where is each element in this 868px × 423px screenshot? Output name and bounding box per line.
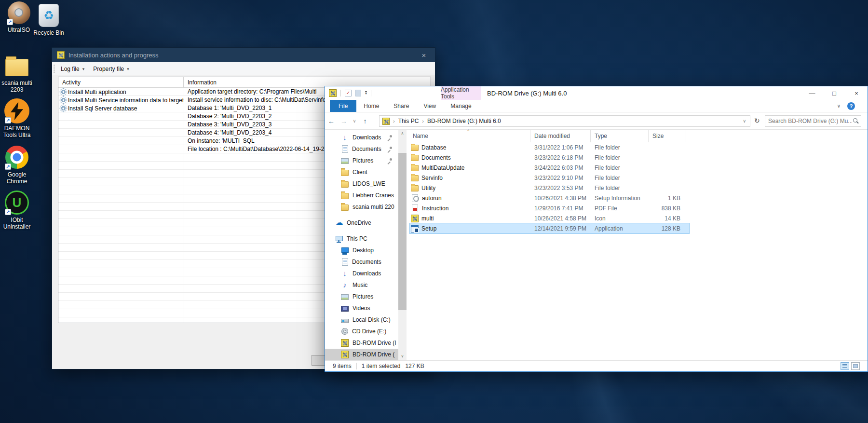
refresh-icon[interactable]: ↻ bbox=[754, 117, 760, 124]
desktop-icon-daemon-tools-ultra[interactable]: ↗ DAEMON Tools Ultra bbox=[0, 98, 36, 138]
nav-item[interactable]: Pictures bbox=[325, 155, 398, 166]
ribbon-tab[interactable]: File bbox=[330, 100, 356, 112]
file-type: File folder bbox=[591, 175, 649, 181]
nav-item[interactable]: Music bbox=[325, 279, 398, 291]
nav-item[interactable]: Documents bbox=[325, 143, 398, 155]
desktop-icon-ultraiso[interactable]: ↗ UltraISO bbox=[0, 0, 38, 33]
activity-text: Install Sql Server database bbox=[68, 105, 137, 112]
forward-button[interactable]: → bbox=[338, 117, 350, 125]
file-icon bbox=[412, 194, 418, 202]
nav-item[interactable]: Liebherr Cranes bbox=[325, 190, 398, 201]
nav-item-label: Downloads bbox=[353, 270, 381, 277]
pin-icon bbox=[387, 135, 392, 140]
back-button[interactable]: ← bbox=[325, 117, 338, 125]
details-view-icon[interactable] bbox=[841, 362, 849, 370]
Instruction[interactable]: Instruction 1/29/2016 7:41 PM PDF File 8… bbox=[410, 203, 689, 213]
selection-count: 1 item selected bbox=[362, 363, 401, 369]
nav-item[interactable]: BD-ROM Drive (I bbox=[325, 337, 398, 349]
expand-ribbon-icon[interactable]: ∨ bbox=[837, 103, 841, 109]
nav-item-label: Local Disk (C:) bbox=[353, 316, 391, 323]
nav-item[interactable]: Pictures bbox=[325, 291, 398, 302]
recent-locations-icon[interactable]: ∨ bbox=[350, 119, 359, 123]
search-box[interactable] bbox=[765, 115, 861, 127]
large-icons-view-icon[interactable] bbox=[851, 362, 860, 370]
Utility[interactable]: Utility 3/23/2022 3:53 PM File folder bbox=[410, 183, 689, 193]
explorer-title-bar[interactable]: ✓ ▾ Application Tools BD-ROM Drive (G:) … bbox=[325, 86, 868, 100]
breadcrumb-item[interactable]: This PC bbox=[398, 118, 419, 124]
address-bar[interactable]: › This PC › BD-ROM Drive (G:) Multi 6.0 … bbox=[379, 115, 750, 127]
file-list: Database 3/31/2022 1:06 PM File folder D… bbox=[407, 142, 868, 233]
installer-menu-item[interactable]: Log file ▾ bbox=[58, 64, 87, 74]
new-folder-icon[interactable] bbox=[355, 90, 361, 96]
column-header-activity[interactable]: Activity bbox=[58, 77, 184, 87]
nav-item-icon bbox=[341, 246, 349, 254]
nav-item[interactable]: Desktop bbox=[325, 245, 398, 256]
breadcrumb-item[interactable]: BD-ROM Drive (G:) Multi 6.0 bbox=[427, 118, 501, 124]
desktop-icon-iobit-uninstaller[interactable]: U ↗ IObit Uninstaller bbox=[0, 190, 36, 230]
column-header-type[interactable]: Type bbox=[591, 130, 649, 142]
MultiDataUpdate[interactable]: MultiDataUpdate 3/24/2022 6:03 PM File f… bbox=[410, 163, 689, 173]
Documents[interactable]: Documents 3/23/2022 6:18 PM File folder bbox=[410, 152, 689, 163]
nav-item[interactable]: Videos bbox=[325, 302, 398, 314]
desktop-icon-label: UltraISO bbox=[0, 27, 38, 33]
scroll-down-icon[interactable]: ∨ bbox=[398, 353, 407, 360]
file-date-modified: 3/23/2022 6:18 PM bbox=[530, 154, 591, 161]
breadcrumb-separator-icon: › bbox=[419, 118, 427, 124]
multi[interactable]: multi 10/26/2021 4:58 PM Icon 14 KB bbox=[410, 213, 689, 223]
installer-title-bar[interactable]: Installation actions and progress × bbox=[52, 48, 435, 62]
customize-toolbar-icon[interactable]: ▾ bbox=[365, 91, 367, 95]
scrollbar-thumb[interactable] bbox=[398, 153, 407, 310]
scroll-up-icon[interactable]: ∧ bbox=[398, 130, 407, 137]
ribbon-tab[interactable]: Home bbox=[356, 100, 386, 112]
pin-icon bbox=[387, 158, 392, 163]
column-header-size[interactable]: Size bbox=[649, 130, 686, 142]
ribbon-tabs: ∨ ? File Home Share View Manage bbox=[325, 100, 868, 112]
nav-item[interactable]: Downloads bbox=[325, 268, 398, 279]
gear-icon bbox=[60, 89, 67, 95]
nav-item[interactable]: scania multi 220 bbox=[325, 201, 398, 213]
nav-item-icon bbox=[342, 145, 348, 153]
nav-item[interactable]: BD-ROM Drive ( bbox=[325, 349, 398, 360]
autorun[interactable]: autorun 10/26/2021 4:38 PM Setup Informa… bbox=[410, 193, 689, 203]
search-icon[interactable] bbox=[852, 118, 859, 124]
nav-item[interactable]: OneDrive bbox=[325, 217, 398, 229]
Setup[interactable]: Setup 12/14/2021 9:59 PM Application 128… bbox=[410, 223, 689, 233]
maximize-button[interactable]: □ bbox=[823, 86, 845, 100]
file-date-modified: 1/29/2016 7:41 PM bbox=[530, 205, 591, 212]
status-divider bbox=[356, 363, 357, 369]
properties-icon[interactable]: ✓ bbox=[345, 90, 352, 96]
installer-menu-item[interactable]: Property file ▾ bbox=[90, 64, 132, 74]
help-icon[interactable]: ? bbox=[847, 102, 855, 110]
ribbon-tab[interactable]: View bbox=[416, 100, 443, 112]
nav-item[interactable]: Documents bbox=[325, 256, 398, 268]
nav-item-label: scania multi 220 bbox=[353, 204, 394, 210]
up-button[interactable]: ↑ bbox=[359, 117, 371, 125]
ribbon-tab[interactable]: Manage bbox=[441, 100, 481, 112]
desktop-icon-scania-multi-2203[interactable]: ↗ scania multi 2203 bbox=[0, 53, 36, 93]
Database[interactable]: Database 3/31/2022 1:06 PM File folder bbox=[410, 142, 689, 152]
contextual-tab-header: Application Tools bbox=[441, 86, 481, 100]
nav-item[interactable]: CD Drive (E:) bbox=[325, 326, 398, 337]
column-header-date-modified[interactable]: Date modified bbox=[530, 130, 591, 142]
minimize-button[interactable]: — bbox=[801, 86, 823, 100]
desktop-icon-label: Google Chrome bbox=[0, 171, 36, 185]
nav-scrollbar[interactable]: ∧ ∨ bbox=[398, 130, 407, 360]
nav-item-icon bbox=[342, 258, 348, 266]
desktop-icon-google-chrome[interactable]: ↗ Google Chrome bbox=[0, 145, 36, 185]
close-button[interactable]: × bbox=[845, 86, 868, 100]
file-type: Application bbox=[591, 225, 649, 232]
nav-item-icon bbox=[341, 294, 349, 300]
nav-item[interactable]: This PC bbox=[325, 233, 398, 245]
installer-close-button[interactable]: × bbox=[418, 51, 430, 59]
nav-item[interactable]: Client bbox=[325, 166, 398, 178]
ribbon-tab[interactable]: Share bbox=[386, 100, 416, 112]
nav-item[interactable]: Downloads bbox=[325, 132, 398, 143]
nav-item[interactable]: LIDOS_LWE bbox=[325, 178, 398, 190]
toolbar-separator bbox=[371, 90, 371, 96]
nav-item[interactable]: Local Disk (C:) bbox=[325, 314, 398, 326]
address-dropdown-icon[interactable]: ∨ bbox=[743, 119, 747, 123]
search-input[interactable] bbox=[768, 118, 852, 124]
file-icon bbox=[411, 155, 419, 161]
Servinfo[interactable]: Servinfo 3/23/2022 9:10 PM File folder bbox=[410, 173, 689, 183]
nav-item-icon bbox=[341, 170, 349, 176]
